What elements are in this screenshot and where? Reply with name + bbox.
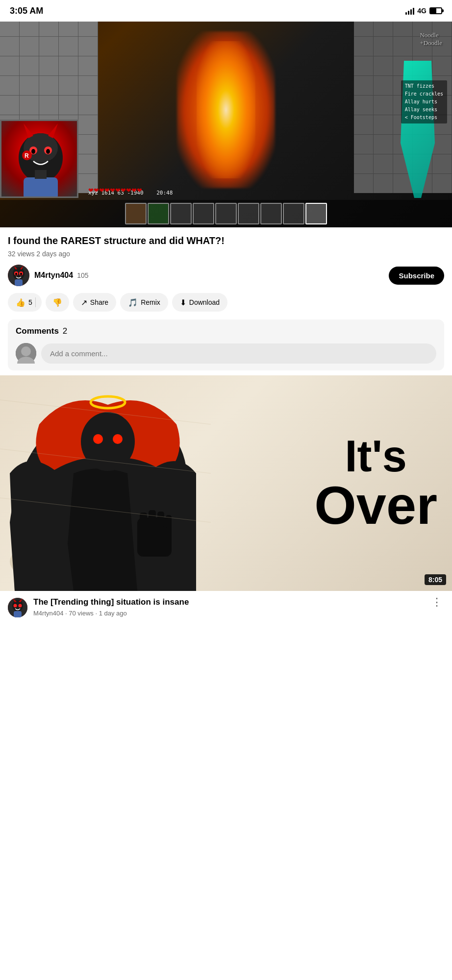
health-bar: ❤❤❤❤❤❤❤❤❤❤ — [88, 187, 142, 194]
like-button[interactable]: 👍 5 — [8, 293, 42, 312]
rec-video-title[interactable]: The [Trending thing] situation is insane — [33, 597, 424, 608]
svg-point-41 — [14, 604, 17, 608]
remix-label: Remix — [141, 298, 160, 306]
video-duration: 8:05 — [425, 574, 446, 585]
download-icon: ⬇ — [180, 298, 186, 307]
its-over-text: It's Over — [314, 434, 437, 532]
channel-row: M4rtyn404 105 Subscribe — [8, 265, 444, 286]
svg-rect-43 — [14, 611, 22, 617]
video-meta: 32 views 2 days ago — [8, 250, 444, 258]
svg-rect-10 — [24, 177, 58, 198]
svg-rect-32 — [157, 512, 164, 528]
subscriber-count: 105 — [77, 271, 88, 279]
svg-point-18 — [15, 273, 17, 275]
comment-input-row — [16, 343, 436, 364]
status-bar: 3:05 AM 4G — [0, 0, 452, 22]
rec-video-meta: M4rtyn404 · 70 views · 1 day ago — [33, 610, 424, 617]
more-options-button[interactable]: ⋮ — [429, 597, 444, 608]
remix-icon: 🎵 — [128, 298, 138, 307]
network-label: 4G — [417, 7, 427, 15]
svg-point-22 — [21, 346, 31, 356]
watermark: Noodle+Doodle — [420, 31, 442, 47]
svg-text:R: R — [25, 152, 29, 159]
user-avatar — [16, 343, 36, 364]
minecraft-scene: R xyz 1614 63 -1940 20:48 ❤❤❤❤❤❤❤❤❤❤ — [0, 22, 452, 227]
svg-point-42 — [19, 604, 22, 608]
inventory-bar — [0, 200, 452, 227]
over-text: Over — [314, 478, 437, 532]
channel-avatar[interactable] — [8, 265, 29, 286]
rec-channel-avatar[interactable] — [8, 598, 27, 617]
its-text: It's — [314, 434, 437, 478]
dislike-button[interactable]: 👎 — [46, 293, 69, 312]
svg-rect-20 — [15, 279, 23, 286]
rec-text: The [Trending thing] situation is insane… — [33, 597, 424, 617]
chat-log: TNT fizzes Fire crackles Allay hurts All… — [401, 80, 447, 123]
recommended-video-thumbnail[interactable]: It's Over 8:05 — [0, 375, 452, 591]
status-time: 3:05 AM — [10, 6, 43, 16]
svg-marker-2 — [24, 123, 33, 138]
subscribe-button[interactable]: Subscribe — [389, 267, 444, 285]
comments-count: 2 — [63, 326, 67, 336]
svg-marker-3 — [48, 123, 58, 138]
character-illustration — [0, 375, 211, 591]
video-info: I found the RAREST structure and did WHA… — [0, 227, 452, 375]
comment-input[interactable] — [41, 343, 436, 364]
video-title: I found the RAREST structure and did WHA… — [8, 234, 444, 247]
svg-point-27 — [93, 434, 103, 444]
signal-icon — [405, 7, 414, 15]
thumbs-up-icon: 👍 — [16, 298, 25, 307]
player-avatar-inset: R — [0, 120, 78, 198]
download-label: Download — [189, 298, 220, 306]
svg-point-28 — [113, 434, 123, 444]
comments-label: Comments — [16, 326, 59, 336]
svg-point-6 — [31, 149, 35, 154]
remix-button[interactable]: 🎵 Remix — [120, 293, 168, 312]
status-icons: 4G — [405, 7, 442, 15]
thumbs-down-icon: 👎 — [52, 298, 62, 307]
share-button[interactable]: ↗ Share — [73, 293, 116, 312]
comments-section: Comments 2 — [8, 319, 444, 370]
svg-point-19 — [20, 273, 22, 275]
svg-rect-11 — [35, 170, 47, 179]
battery-icon — [429, 7, 442, 14]
share-icon: ↗ — [81, 298, 87, 307]
like-count: 5 — [28, 298, 32, 306]
svg-point-26 — [81, 412, 135, 471]
svg-point-7 — [46, 149, 50, 154]
video-player[interactable]: R xyz 1614 63 -1940 20:48 ❤❤❤❤❤❤❤❤❤❤ — [0, 22, 452, 227]
comments-header: Comments 2 — [16, 326, 436, 336]
download-button[interactable]: ⬇ Download — [172, 293, 227, 312]
channel-info: M4rtyn404 105 — [34, 271, 389, 280]
recommended-video-info: The [Trending thing] situation is insane… — [0, 591, 452, 623]
channel-name[interactable]: M4rtyn404 — [34, 271, 73, 280]
action-buttons: 👍 5 👎 ↗ Share 🎵 Remix ⬇ Download — [8, 293, 444, 312]
svg-rect-31 — [149, 510, 156, 527]
share-label: Share — [90, 298, 108, 306]
